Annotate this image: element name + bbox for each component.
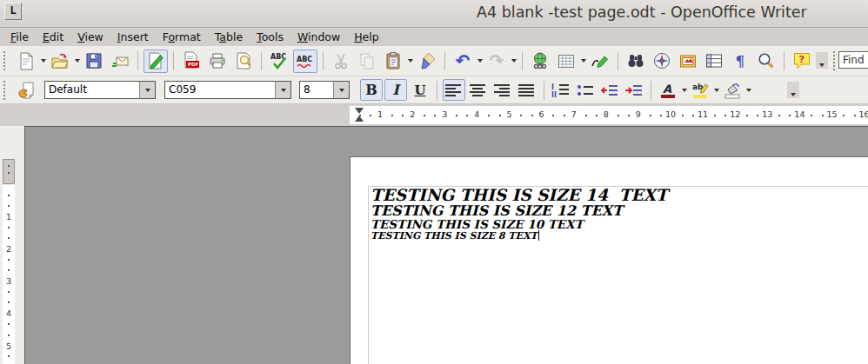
formatting-toolbar-overflow-button[interactable]	[787, 82, 799, 98]
redo-dropdown-arrow-icon[interactable]	[510, 50, 517, 73]
text-area[interactable]: TESTING THIS IS SIZE 14 TEXT TESTING THI…	[368, 186, 868, 364]
menu-table[interactable]: Table	[208, 29, 250, 45]
new-dropdown-arrow-icon[interactable]	[39, 50, 47, 73]
paragraph-style-value: Default	[45, 82, 139, 98]
ruler-tick	[531, 115, 533, 116]
increase-indent-button[interactable]	[623, 79, 645, 101]
ruler-tick	[778, 115, 780, 116]
ruler-number: 9	[632, 109, 644, 119]
gallery-button[interactable]	[676, 50, 700, 73]
vertical-ruler-margin[interactable]	[3, 159, 15, 184]
font-size-dropdown-icon[interactable]	[333, 82, 349, 98]
cut-button	[329, 50, 353, 73]
find-input[interactable]: Find	[838, 51, 868, 69]
open-dropdown-arrow-icon[interactable]	[73, 50, 81, 73]
font-name-value: C059	[165, 82, 275, 98]
print-button[interactable]	[205, 50, 230, 73]
bold-button[interactable]: B	[360, 79, 383, 101]
ruler-tick	[628, 115, 630, 116]
font-color-button[interactable]: A	[657, 79, 679, 101]
paragraph-style-dropdown-icon[interactable]	[139, 82, 155, 98]
bullets-button[interactable]	[574, 79, 597, 101]
format-paintbrush-button[interactable]	[415, 50, 439, 73]
background-color-dropdown-icon[interactable]	[744, 78, 752, 102]
paragraph-size-8[interactable]: TESTING THIS IS SIZE 8 TEXT	[369, 230, 868, 242]
ruler-tick	[843, 115, 845, 116]
horizontal-ruler[interactable]: 12345678910111213141516	[350, 106, 868, 124]
svg-text:ABC: ABC	[297, 56, 312, 63]
highlighting-dropdown-icon[interactable]	[712, 78, 720, 102]
draw-functions-button[interactable]	[588, 50, 612, 73]
navigator-button[interactable]	[650, 50, 674, 73]
title-bar[interactable]: A4 blank -test page.odt - OpenOffice Wri…	[0, 0, 868, 28]
toolbar-overflow-button[interactable]	[816, 52, 828, 69]
edit-file-button[interactable]	[144, 50, 168, 73]
align-right-button[interactable]	[491, 79, 514, 101]
ruler-tick	[552, 115, 554, 116]
ruler-tick	[596, 115, 598, 116]
menu-format[interactable]: Format	[156, 29, 208, 45]
menu-edit[interactable]: Edit	[36, 29, 70, 45]
nonprinting-characters-button[interactable]: ¶	[728, 50, 752, 73]
menu-file[interactable]: File	[3, 29, 36, 45]
tab-stop-selector[interactable]: L	[4, 3, 22, 20]
ruler-tick	[724, 115, 726, 116]
left-indent-marker[interactable]	[355, 116, 364, 122]
align-justify-button[interactable]	[516, 79, 538, 101]
align-center-button[interactable]	[467, 79, 490, 101]
paragraph-size-12[interactable]: TESTING THIS IS SIZE 12 TEXT	[369, 203, 868, 218]
paste-button[interactable]	[381, 50, 405, 73]
decrease-indent-button[interactable]	[598, 79, 621, 101]
auto-spellcheck-button[interactable]: ABC	[293, 50, 317, 73]
clipboard-icon	[384, 51, 403, 70]
hyperlink-button[interactable]	[528, 50, 552, 73]
paragraph-size-14[interactable]: TESTING THIS IS SIZE 14 TEXT	[369, 187, 868, 203]
vertical-ruler[interactable]: 12345	[3, 185, 15, 364]
ruler-tick	[8, 269, 10, 271]
bold-icon: B	[365, 82, 377, 98]
document-view[interactable]: TESTING THIS IS SIZE 14 TEXT TESTING THI…	[24, 126, 868, 364]
font-name-combo[interactable]: C059	[164, 81, 291, 99]
first-line-indent-marker[interactable]	[355, 108, 364, 114]
menu-view[interactable]: View	[70, 29, 110, 45]
highlighting-button[interactable]: ab	[689, 79, 711, 101]
page-preview-button[interactable]	[231, 50, 256, 73]
indent-markers[interactable]	[355, 108, 365, 122]
toolbar-drag-handle[interactable]	[3, 51, 10, 70]
insert-table-button[interactable]	[554, 50, 578, 73]
zoom-button[interactable]	[754, 50, 778, 73]
undo-dropdown-arrow-icon[interactable]	[476, 50, 484, 73]
background-color-button[interactable]	[721, 79, 744, 101]
menu-insert[interactable]: Insert	[110, 29, 156, 45]
numbering-button[interactable]: III	[550, 79, 572, 101]
paragraph-style-combo[interactable]: Default	[44, 81, 156, 99]
font-name-dropdown-icon[interactable]	[275, 82, 290, 98]
underline-button[interactable]: U	[409, 79, 431, 101]
font-size-combo[interactable]: 8	[299, 81, 350, 99]
menu-help[interactable]: Help	[347, 29, 386, 45]
ruler-number: 8	[600, 109, 612, 119]
paste-dropdown-arrow-icon[interactable]	[406, 50, 414, 73]
export-pdf-button[interactable]: PDF	[179, 50, 204, 73]
open-button[interactable]	[48, 50, 72, 73]
paragraph-size-10[interactable]: TESTING THIS IS SIZE 10 TEXT	[369, 218, 868, 230]
styles-formatting-button[interactable]	[14, 78, 38, 102]
menu-window[interactable]: Window	[290, 29, 347, 45]
ruler-tick	[499, 115, 501, 116]
data-sources-button[interactable]	[702, 50, 726, 73]
save-button[interactable]	[82, 50, 106, 73]
ruler-tick	[424, 115, 425, 116]
italic-button[interactable]: I	[384, 79, 407, 101]
send-email-button[interactable]	[108, 50, 132, 73]
spellcheck-button[interactable]: ABC	[267, 50, 291, 73]
align-left-button[interactable]	[443, 79, 465, 101]
table-dropdown-arrow-icon[interactable]	[579, 50, 587, 73]
font-color-dropdown-icon[interactable]	[680, 78, 688, 102]
toolbar-drag-handle[interactable]	[3, 81, 10, 100]
new-document-button[interactable]	[14, 50, 38, 73]
page[interactable]: TESTING THIS IS SIZE 14 TEXT TESTING THI…	[350, 156, 868, 364]
undo-button[interactable]: ↶	[451, 50, 475, 73]
menu-tools[interactable]: Tools	[250, 29, 290, 45]
help-button[interactable]: ?	[790, 50, 814, 73]
find-replace-button[interactable]	[624, 50, 648, 73]
